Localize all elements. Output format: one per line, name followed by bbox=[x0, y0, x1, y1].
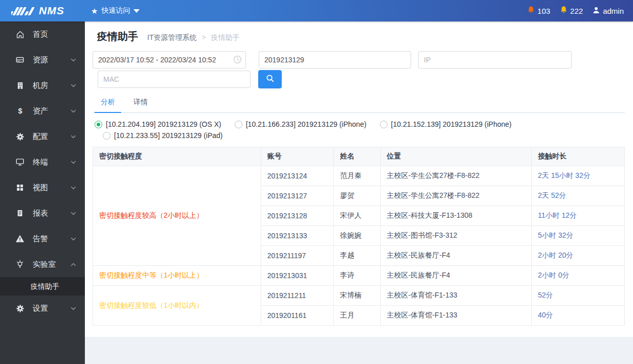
brand-logo-icon bbox=[11, 5, 35, 16]
sidebar-item-alerts[interactable]: 告警 bbox=[0, 226, 85, 252]
search-filters bbox=[93, 51, 625, 88]
column-header: 位置 bbox=[380, 147, 531, 166]
location-cell: 主校区-科技大厦-F13-1308 bbox=[380, 206, 531, 226]
alarm-badge-critical[interactable]: 103 bbox=[527, 6, 550, 16]
alarm-count: 222 bbox=[570, 7, 583, 15]
radio-unselected-icon[interactable] bbox=[380, 121, 388, 128]
home-icon bbox=[15, 30, 25, 39]
radio-selected-icon[interactable] bbox=[95, 121, 102, 128]
mac-input[interactable] bbox=[98, 71, 251, 88]
star-icon: ★ bbox=[91, 7, 98, 15]
chevron-up-icon bbox=[70, 261, 77, 268]
content-card: 疫情助手 IT资源管理系统 > 疫情助手 bbox=[85, 21, 633, 337]
duration-cell[interactable]: 5小时 32分 bbox=[531, 226, 624, 246]
sidebar-item-config[interactable]: 配置 bbox=[0, 124, 85, 149]
tab-bar: 分析详情 bbox=[93, 98, 625, 113]
date-range-input[interactable] bbox=[93, 51, 246, 69]
duration-cell[interactable]: 52分 bbox=[531, 286, 624, 306]
username: admin bbox=[603, 7, 624, 15]
device-radio-label: [10.21.166.233] 2019213129 (iPhone) bbox=[246, 120, 367, 128]
quick-access-menu[interactable]: ★ 快速访问 bbox=[91, 6, 140, 15]
duration-cell[interactable]: 2天 15小时 32分 bbox=[531, 166, 624, 186]
name-cell: 宋伊人 bbox=[334, 206, 381, 226]
radio-unselected-icon[interactable] bbox=[103, 132, 110, 140]
sidebar-item-lab[interactable]: 实验室 bbox=[0, 252, 85, 277]
duration-cell[interactable]: 2小时 20分 bbox=[531, 246, 624, 266]
duration-cell[interactable]: 40分 bbox=[531, 306, 624, 326]
brand-logo[interactable]: NMS bbox=[0, 5, 85, 17]
sidebar-item-label: 设置 bbox=[33, 304, 48, 313]
location-cell: 主校区-体育馆-F1-133 bbox=[380, 306, 531, 326]
grid-icon bbox=[15, 183, 25, 192]
sidebar-item-settings[interactable]: 设置 bbox=[0, 295, 85, 321]
account-input[interactable] bbox=[259, 51, 411, 69]
account-cell: 2019211197 bbox=[261, 246, 333, 266]
user-menu[interactable]: admin bbox=[592, 6, 624, 16]
device-radio-1[interactable]: [10.21.166.233] 2019213129 (iPhone) bbox=[235, 120, 367, 128]
user-icon bbox=[592, 6, 600, 16]
svg-text:$: $ bbox=[18, 107, 22, 115]
column-header: 姓名 bbox=[334, 147, 381, 166]
topbar-right: 103 222 admin bbox=[527, 6, 633, 16]
sidebar-item-assets[interactable]: $资产 bbox=[0, 98, 85, 124]
brand-name: NMS bbox=[39, 5, 64, 17]
location-cell: 主校区-学生公寓27楼-F8-822 bbox=[380, 186, 531, 206]
chevron-down-icon bbox=[70, 210, 77, 217]
chevron-down-icon bbox=[70, 108, 77, 115]
device-radio-0[interactable]: [10.21.204.199] 2019213129 (OS X) bbox=[95, 120, 221, 128]
duration-cell[interactable]: 2小时 0分 bbox=[531, 266, 624, 286]
dollar-icon: $ bbox=[15, 106, 25, 116]
device-radio-label: [10.21.152.139] 2019213129 (iPhone) bbox=[391, 120, 512, 128]
ip-input[interactable] bbox=[418, 51, 572, 69]
report-icon bbox=[15, 209, 25, 218]
sidebar-item-label: 机房 bbox=[33, 81, 48, 90]
breadcrumb-root[interactable]: IT资源管理系统 bbox=[147, 33, 196, 42]
column-header: 密切接触程度 bbox=[93, 147, 261, 166]
sidebar-item-home[interactable]: 首页 bbox=[0, 21, 85, 47]
name-cell: 王月 bbox=[334, 306, 381, 326]
account-cell: 2019211211 bbox=[261, 286, 333, 306]
bulb-icon bbox=[15, 260, 25, 269]
device-radio-label: [10.21.233.55] 2019213129 (iPad) bbox=[114, 131, 223, 140]
tab-details[interactable]: 详情 bbox=[127, 98, 154, 113]
location-cell: 主校区-民族餐厅-F4 bbox=[380, 246, 531, 266]
location-cell: 主校区-图书馆-F3-312 bbox=[380, 226, 531, 246]
bell-icon bbox=[527, 6, 535, 16]
breadcrumb-current: 疫情助手 bbox=[211, 33, 240, 42]
chevron-down-icon bbox=[70, 133, 77, 140]
account-cell: 2019213133 bbox=[261, 226, 333, 246]
top-bar: NMS ★ 快速访问 103 222 admin bbox=[0, 0, 633, 21]
account-cell: 2019213128 bbox=[261, 206, 333, 226]
chevron-down-icon bbox=[70, 159, 77, 166]
name-cell: 李越 bbox=[334, 246, 381, 266]
sidebar-item-resources[interactable]: 资源 bbox=[0, 47, 85, 73]
chevron-down-icon bbox=[70, 82, 77, 89]
search-button[interactable] bbox=[258, 70, 282, 88]
chevron-down-icon bbox=[70, 236, 77, 242]
sidebar-subitem-epidemic-assistant[interactable]: 疫情助手 bbox=[0, 277, 85, 295]
sidebar-item-rooms[interactable]: 机房 bbox=[0, 73, 85, 98]
sidebar-item-label: 首页 bbox=[33, 30, 48, 39]
device-radio-2[interactable]: [10.21.152.139] 2019213129 (iPhone) bbox=[380, 120, 512, 128]
gear-icon bbox=[15, 132, 25, 141]
tab-analysis[interactable]: 分析 bbox=[95, 98, 121, 113]
location-cell: 主校区-学生公寓27楼-F8-822 bbox=[380, 166, 531, 186]
sidebar-item-label: 告警 bbox=[33, 234, 48, 244]
radio-unselected-icon[interactable] bbox=[235, 121, 242, 128]
account-cell: 2019201161 bbox=[261, 306, 333, 326]
device-radio-label: [10.21.204.199] 2019213129 (OS X) bbox=[106, 120, 221, 128]
sidebar-item-reports[interactable]: 报表 bbox=[0, 200, 85, 226]
device-radio-3[interactable]: [10.21.233.55] 2019213129 (iPad) bbox=[103, 131, 223, 140]
chevron-down-icon bbox=[70, 57, 77, 63]
sidebar-item-terminal[interactable]: 终端 bbox=[0, 149, 85, 175]
sidebar-item-views[interactable]: 视图 bbox=[0, 175, 85, 200]
alarm-badge-warning[interactable]: 222 bbox=[559, 6, 583, 16]
duration-cell[interactable]: 11小时 12分 bbox=[531, 206, 624, 226]
search-icon bbox=[266, 74, 275, 84]
duration-cell[interactable]: 2天 52分 bbox=[531, 186, 624, 206]
device-radio-group: [10.21.204.199] 2019213129 (OS X)[10.21.… bbox=[93, 120, 625, 140]
account-cell: 2019213031 bbox=[261, 266, 333, 286]
sidebar-item-label: 实验室 bbox=[33, 260, 56, 269]
chevron-down-icon bbox=[70, 305, 77, 312]
location-cell: 主校区-体育馆-F1-133 bbox=[380, 286, 531, 306]
